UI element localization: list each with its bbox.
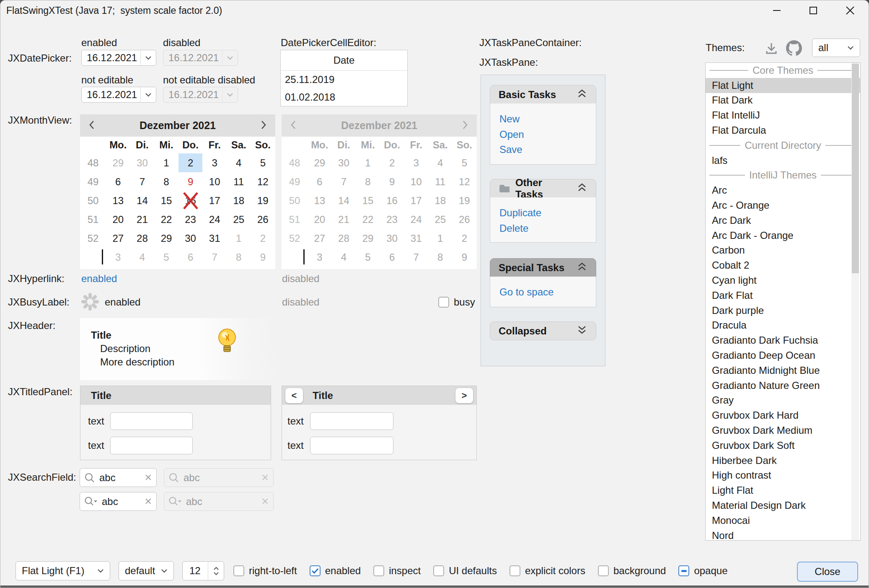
theme-list-item[interactable]: lafs <box>706 153 860 168</box>
day-cell[interactable]: 19 <box>251 191 275 210</box>
theme-list-item[interactable]: Nord <box>706 528 860 541</box>
theme-list-item[interactable]: Dark purple <box>706 303 860 318</box>
day-cell[interactable]: 12 <box>251 172 275 191</box>
taskpane-link[interactable]: Open <box>490 127 596 142</box>
taskpane-header[interactable]: Special Tasks <box>490 258 596 277</box>
day-cell[interactable]: 4 <box>130 248 155 267</box>
day-cell[interactable]: 1 <box>154 153 178 172</box>
day-cell[interactable]: 9 <box>251 248 275 267</box>
table-row[interactable]: 01.02.2018 <box>281 88 407 106</box>
theme-list-item[interactable]: Light Flat <box>706 483 860 498</box>
day-cell[interactable]: 30 <box>130 153 155 172</box>
checkbox[interactable] <box>678 565 689 576</box>
download-icon[interactable] <box>764 41 779 56</box>
theme-list-item[interactable]: Gruvbox Dark Medium <box>706 423 860 438</box>
theme-list-item[interactable]: Arc - Orange <box>706 198 860 213</box>
checkbox[interactable] <box>598 565 609 576</box>
day-cell[interactable]: 2 <box>251 229 275 248</box>
theme-list-item[interactable]: Gradianto Nature Green <box>706 378 860 393</box>
scrollbar-thumb[interactable] <box>852 64 859 273</box>
day-cell[interactable]: 4 <box>227 153 251 172</box>
day-cell[interactable]: 14 <box>130 191 155 210</box>
theme-list-item[interactable]: Arc Dark - Orange <box>706 228 860 243</box>
day-cell[interactable]: 5 <box>154 248 178 267</box>
title-bar[interactable]: FlatSwingXTest (Java 17; system scale fa… <box>0 0 869 21</box>
day-cell[interactable]: 10 <box>202 172 227 191</box>
taskpane-header[interactable]: Basic Tasks <box>490 85 596 104</box>
taskpane-link[interactable]: New <box>490 111 596 127</box>
day-cell[interactable]: 16 <box>178 191 203 210</box>
font-size-spinner[interactable]: 12 <box>182 561 224 580</box>
text-input[interactable] <box>110 437 193 454</box>
day-cell[interactable]: 9 <box>178 172 203 191</box>
theme-list-item[interactable]: Gruvbox Dark Hard <box>706 408 860 423</box>
day-cell[interactable]: 6 <box>178 248 203 267</box>
day-cell[interactable]: 7 <box>202 248 227 267</box>
titled-panel-right-button[interactable]: > <box>455 388 473 403</box>
date-table[interactable]: Date 25.11.2019 01.02.2018 <box>280 50 408 106</box>
theme-list-item[interactable]: Dark Flat <box>706 288 860 303</box>
day-cell[interactable]: 28 <box>130 229 155 248</box>
day-cell[interactable]: 29 <box>106 153 130 172</box>
day-cell[interactable]: 17 <box>202 191 227 210</box>
prev-month-button[interactable] <box>88 120 95 132</box>
theme-list-item[interactable]: Cyan light <box>706 273 860 288</box>
style-combo[interactable]: default <box>119 561 174 580</box>
monthview-enabled[interactable]: Dezember 2021Mo.Di.Mi.Do.Fr.Sa.So.482930… <box>80 114 275 269</box>
theme-list-item[interactable]: Hiberbee Dark <box>706 453 860 468</box>
theme-list-item[interactable]: Arc Dark <box>706 213 860 228</box>
checkbox-item-ui-defaults[interactable]: UI defaults <box>433 565 497 577</box>
search-field[interactable]: abc ✕ <box>80 468 157 487</box>
checkbox[interactable] <box>310 565 321 576</box>
theme-list-item[interactable]: Gray <box>706 393 860 408</box>
date-column-header[interactable]: Date <box>281 50 407 71</box>
checkbox-item-right-to-left[interactable]: right-to-left <box>233 565 297 577</box>
day-cell[interactable]: 24 <box>202 210 227 229</box>
day-cell[interactable]: 30 <box>178 229 203 248</box>
theme-list-item[interactable]: Flat Light <box>706 78 860 93</box>
day-cell[interactable]: 26 <box>251 210 275 229</box>
checkbox-item-opaque[interactable]: opaque <box>678 565 727 577</box>
checkbox-item-enabled[interactable]: enabled <box>310 565 361 577</box>
taskpane-collapse-button[interactable] <box>577 183 587 194</box>
theme-list-item[interactable]: Gruvbox Dark Soft <box>706 438 860 453</box>
search-field-with-menu[interactable]: abc ✕ <box>80 492 157 511</box>
day-cell[interactable]: 2 <box>178 153 203 172</box>
day-cell[interactable]: 11 <box>227 172 251 191</box>
taskpane-header[interactable]: Other Tasks <box>490 179 596 198</box>
day-cell[interactable]: 1 <box>227 229 251 248</box>
checkbox-item-explicit-colors[interactable]: explicit colors <box>510 565 585 577</box>
themes-filter-combo[interactable]: all <box>812 39 860 57</box>
day-cell[interactable]: 5 <box>251 153 275 172</box>
themes-list[interactable]: Core ThemesFlat LightFlat DarkFlat Intel… <box>705 62 861 541</box>
search-input[interactable]: abc <box>102 496 140 508</box>
datepicker-dropdown-button[interactable] <box>140 50 156 65</box>
datepicker-value[interactable]: 16.12.2021 <box>82 50 140 65</box>
theme-list-item[interactable]: High contrast <box>706 468 860 483</box>
day-cell[interactable]: 6 <box>106 172 130 191</box>
minimize-button[interactable] <box>763 0 791 21</box>
theme-list-item[interactable]: Gradianto Midnight Blue <box>706 363 860 378</box>
datepicker-dropdown-button[interactable] <box>140 87 156 102</box>
titled-panel-left-button[interactable]: < <box>285 388 303 403</box>
day-cell[interactable]: 22 <box>154 210 178 229</box>
theme-list-item[interactable]: Monocai <box>706 513 860 528</box>
day-cell[interactable]: 15 <box>154 191 178 210</box>
taskpane-link[interactable]: Delete <box>490 221 596 236</box>
theme-list-item[interactable]: Flat Dark <box>706 93 860 108</box>
taskpane-link[interactable]: Duplicate <box>490 205 596 221</box>
taskpane-collapse-button[interactable] <box>577 89 587 101</box>
close-button[interactable]: Close <box>797 562 858 582</box>
theme-list-item[interactable]: Material Design Dark <box>706 498 860 513</box>
hyperlink-enabled[interactable]: enabled <box>81 273 117 285</box>
checkbox[interactable] <box>373 565 384 576</box>
github-icon[interactable] <box>786 40 802 56</box>
text-input[interactable] <box>310 437 393 454</box>
clear-icon[interactable]: ✕ <box>145 496 152 507</box>
theme-list-item[interactable]: Carbon <box>706 243 860 258</box>
day-cell[interactable]: 27 <box>106 229 130 248</box>
taskpane-collapse-button[interactable] <box>577 325 587 337</box>
day-cell[interactable]: 7 <box>130 172 155 191</box>
taskpane-link[interactable]: Save <box>490 142 596 158</box>
day-cell[interactable]: 13 <box>106 191 130 210</box>
